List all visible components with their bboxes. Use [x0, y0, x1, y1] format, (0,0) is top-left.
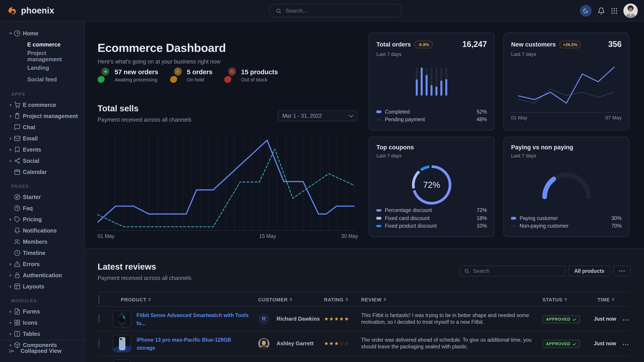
- stat-pause-icon: [170, 67, 182, 83]
- brand-name: phoenix: [21, 6, 54, 16]
- sidebar-item-notifications[interactable]: Notifications: [0, 225, 81, 236]
- sidebar-item-forms[interactable]: Forms: [0, 306, 81, 317]
- cart-icon: [14, 101, 20, 108]
- columns-icon: [14, 331, 20, 337]
- user-avatar[interactable]: [624, 3, 638, 18]
- reviews-search-input[interactable]: Search: [460, 266, 565, 276]
- review-text: This Fitbit is fantastic! I was trying t…: [361, 312, 542, 326]
- card-period: Last 7 days: [511, 153, 622, 158]
- chat-icon: [14, 124, 20, 131]
- col-header-product[interactable]: PRODUCT: [113, 297, 258, 302]
- rating-stars: ★★★☆☆: [324, 340, 361, 347]
- sidebar-item-e-commerce[interactable]: E commerce: [0, 99, 81, 110]
- check-icon: [572, 317, 576, 321]
- review-text: The order was delivered ahead of schedul…: [361, 337, 542, 350]
- sort-icon: [564, 298, 567, 301]
- sidebar-item-errors[interactable]: Errors: [0, 259, 81, 270]
- col-header-review[interactable]: REVIEW: [361, 297, 542, 302]
- lock-icon: [14, 272, 20, 279]
- legend-row: Pending payment48%: [376, 116, 487, 123]
- caret-right-icon: [10, 148, 12, 151]
- caret-right-icon: [10, 285, 12, 288]
- product-thumbnail[interactable]: [113, 310, 131, 328]
- global-search-input[interactable]: Search...: [269, 4, 402, 17]
- card-title: New customers: [511, 41, 556, 48]
- row-menu-button[interactable]: [623, 320, 628, 321]
- caret-right-icon: [10, 137, 12, 140]
- row-checkbox[interactable]: [98, 314, 99, 323]
- coupons-donut-chart: 72%: [410, 164, 453, 206]
- sidebar-item-home[interactable]: Home: [0, 28, 81, 39]
- apps-grid-icon[interactable]: [611, 7, 618, 14]
- col-header-rating[interactable]: RATING: [324, 297, 361, 302]
- sidebar-item-authentication[interactable]: Authentication: [0, 270, 81, 281]
- sidebar-item-faq[interactable]: Faq: [0, 203, 81, 214]
- card-period: Last 7 days: [376, 51, 487, 57]
- card-value: 16,247: [462, 40, 487, 49]
- moon-icon: [583, 7, 589, 14]
- row-checkbox[interactable]: [98, 339, 99, 348]
- product-thumbnail[interactable]: [113, 359, 131, 362]
- customer-avatar[interactable]: R: [258, 313, 270, 325]
- more-options-button[interactable]: [613, 266, 630, 276]
- sidebar-item-email[interactable]: Email: [0, 133, 81, 144]
- sidebar-subitem-social-feed[interactable]: Social feed: [27, 74, 81, 85]
- sidebar-item-members[interactable]: Members: [0, 236, 81, 247]
- sidebar-subitem-e-commerce[interactable]: E commerce: [27, 39, 81, 50]
- page-title: Ecommerce Dashboard: [98, 41, 226, 55]
- sidebar-item-tables[interactable]: Tables: [0, 328, 81, 340]
- customer-avatar[interactable]: [258, 338, 270, 349]
- total-sells-subtitle: Payment received across all channels: [98, 117, 192, 123]
- x-label: 15 May: [259, 233, 276, 239]
- sidebar-item-starter[interactable]: Starter: [0, 191, 81, 203]
- date-range-select[interactable]: Mar 1 - 31, 2022: [278, 110, 358, 121]
- status-badge: APPROVED: [542, 315, 580, 323]
- sidebar-item-social[interactable]: Social: [0, 155, 81, 166]
- legend-row: Completed52%: [376, 108, 487, 116]
- product-link[interactable]: Fitbit Sense Advanced Smartwatch with To…: [136, 313, 248, 326]
- caret-right-icon: [10, 333, 12, 335]
- tag-icon: [14, 216, 20, 223]
- sort-icon: [384, 298, 386, 301]
- sidebar-section-label: MODULES: [11, 298, 81, 303]
- sidebar-item-project-management[interactable]: Project management: [0, 110, 81, 122]
- select-all-checkbox[interactable]: [98, 295, 99, 304]
- row-menu-button[interactable]: [623, 344, 628, 345]
- sidebar-item-icons[interactable]: Icons: [0, 317, 81, 328]
- reviews-table: PRODUCTCUSTOMERRATINGREVIEWSTATUSTIMEFit…: [98, 292, 629, 362]
- paying-gauge-card: Paying vs non payingLast 7 daysPaying cu…: [504, 137, 629, 237]
- reviews-table-header: PRODUCTCUSTOMERRATINGREVIEWSTATUSTIME: [98, 292, 629, 307]
- card-period: Last 7 days: [376, 153, 487, 158]
- collapsed-view-toggle[interactable]: Collapsed View: [0, 340, 84, 362]
- product-thumbnail[interactable]: [113, 335, 131, 352]
- sort-icon: [346, 298, 348, 301]
- card-title: Top coupons: [376, 144, 414, 151]
- file-icon: [14, 308, 20, 315]
- col-header-customer[interactable]: CUSTOMER: [258, 297, 324, 302]
- sidebar-item-timeline[interactable]: Timeline: [0, 247, 81, 259]
- sidebar-item-events[interactable]: Events: [0, 144, 81, 155]
- sidebar-subitem-project-management[interactable]: Project management: [27, 50, 81, 62]
- sidebar-item-layouts[interactable]: Layouts: [0, 281, 81, 292]
- legend-row: Fixed product discount10%: [376, 222, 487, 230]
- sidebar-subitem-landing[interactable]: Landing: [27, 62, 81, 74]
- theme-toggle-button[interactable]: [580, 5, 592, 16]
- sidebar-item-chat[interactable]: Chat: [0, 122, 81, 133]
- col-header-status[interactable]: STATUS: [542, 297, 594, 302]
- reviews-search-placeholder: Search: [473, 268, 490, 274]
- kpi-cards: Total orders-6.8%16,247Last 7 daysComple…: [369, 33, 629, 237]
- latest-reviews-title: Latest reviews: [98, 262, 192, 272]
- caret-right-icon: [10, 274, 12, 277]
- grid4-icon: [14, 319, 20, 326]
- legend-row: Percentage discount72%: [376, 206, 487, 214]
- notifications-bell-icon[interactable]: [598, 7, 605, 14]
- search-icon: [464, 268, 470, 274]
- product-link[interactable]: iPhone 13 pro max-Pacific Blue-128GB sto…: [136, 337, 231, 351]
- all-products-button[interactable]: All products: [568, 266, 610, 276]
- brand-logo[interactable]: phoenix: [7, 0, 54, 21]
- total-sells-chart: [98, 132, 354, 231]
- sidebar-item-calendar[interactable]: Calendar: [0, 166, 81, 178]
- total-sells-title: Total sells: [98, 104, 192, 114]
- col-header-time[interactable]: TIME: [594, 297, 622, 302]
- sidebar-item-pricing[interactable]: Pricing: [0, 214, 81, 225]
